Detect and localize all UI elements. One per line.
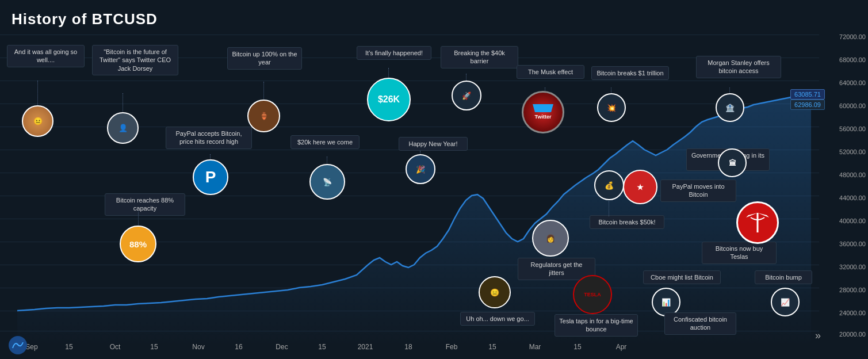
y-label-56k: 56000.00	[839, 125, 866, 132]
ann13-icon: TESLA	[573, 275, 612, 314]
ann6-label: $20k here we come	[290, 135, 360, 149]
ann16-icon: ★	[623, 170, 657, 204]
x-label-15a: 15	[65, 343, 72, 351]
ann18-label: Confiscated bitcoin auction	[664, 312, 736, 335]
ann7-label: It's finally happened!	[357, 46, 431, 60]
bid-price: 63085.71	[790, 89, 825, 100]
ann11-label: The Musk effect	[517, 65, 584, 79]
y-label-64k: 64000.00	[839, 79, 866, 86]
ann9-icon: 🚀	[452, 81, 481, 110]
x-label-2021: 2021	[358, 343, 373, 351]
ann21-icon	[736, 201, 779, 244]
ann13-label: Tesla taps in for a big-time bounce	[555, 314, 638, 337]
x-label-15d: 15	[488, 343, 496, 351]
x-label-apr: Apr	[616, 343, 627, 351]
x-label-sep: Sep	[25, 343, 37, 351]
ann14-icon: 💥	[597, 93, 626, 122]
ann19-icon: 🏦	[716, 93, 744, 122]
ann12-icon: 👩	[532, 220, 569, 257]
x-label-mar: Mar	[529, 343, 541, 351]
x-label-18: 18	[404, 343, 412, 351]
y-label-52k: 52000.00	[839, 148, 866, 155]
ann2-icon: 👤	[107, 112, 139, 144]
ann10-label: Uh oh... down we go...	[460, 312, 535, 326]
y-label-48k: 48000.00	[839, 171, 866, 178]
x-label-dec: Dec	[276, 343, 288, 351]
ann17-label: Cboe might list Bitcoin	[643, 270, 721, 284]
x-label-15e: 15	[573, 343, 581, 351]
chart-logo	[9, 336, 27, 354]
ann3-icon: 88%	[120, 226, 156, 262]
ann3-label: Bitcoin reaches 88% capacity	[105, 193, 185, 216]
ann10-icon: 😑	[479, 276, 511, 308]
y-label-44k: 44000.00	[839, 194, 866, 201]
ann6-icon: 📡	[309, 164, 345, 200]
ann1-icon: 😐	[22, 105, 53, 137]
ann5-label: Bitcoin up 100% on the year	[227, 47, 302, 70]
ann20-icon: 🏛	[718, 148, 747, 177]
ann4-label: PayPal accepts Bitcoin, price hits recor…	[166, 127, 252, 149]
ann22-label: Bitcoin bump	[755, 270, 812, 284]
x-label-15b: 15	[150, 343, 158, 351]
svg-text:Twitter: Twitter	[535, 114, 552, 120]
x-label-15c: 15	[318, 343, 326, 351]
y-label-60k: 60000.00	[839, 102, 866, 109]
x-label-16: 16	[235, 343, 242, 351]
y-label-20k: 20000.00	[839, 331, 866, 338]
ann8-icon: 🎉	[406, 154, 435, 184]
ann15-icon: 💰	[594, 170, 624, 200]
ann7-icon: $26K	[367, 78, 411, 121]
expand-button[interactable]: »	[815, 330, 821, 342]
y-label-40k: 40000.00	[839, 217, 866, 224]
ann9-label: Breaking the $40k barrier	[441, 46, 518, 68]
chart-container: History of BTCUSD 72000.00 68000.00 6400…	[0, 0, 868, 359]
ann5-icon: 🏺	[247, 100, 280, 132]
ann16-label: PayPal moves into Bitcoin	[660, 180, 736, 202]
ann11-icon: Twitter	[522, 91, 564, 133]
ann8-label: Happy New Year!	[399, 137, 468, 151]
x-label-feb: Feb	[446, 343, 458, 351]
ask-price: 62986.09	[790, 100, 825, 110]
x-label-nov: Nov	[192, 343, 204, 351]
ann19-label: Morgan Stanley offers bitcoin access	[696, 56, 781, 78]
ann1-label: And it was all going so well....	[7, 45, 85, 67]
ann22-icon: 📈	[771, 288, 800, 316]
ann15-label: Bitcoin breaks $50k!	[590, 215, 664, 229]
ann4-icon: P	[193, 159, 228, 195]
ann2-label: "Bitcoin is the future of Twitter" says …	[92, 45, 178, 75]
x-label-oct: Oct	[110, 343, 121, 351]
y-label-36k: 36000.00	[839, 240, 866, 247]
y-label-24k: 24000.00	[839, 310, 866, 316]
ann21-label: Bitcoins now buy Teslas	[702, 242, 777, 264]
y-label-72k: 72000.00	[839, 33, 866, 40]
y-label-68k: 68000.00	[839, 56, 866, 63]
y-label-28k: 28000.00	[839, 287, 866, 293]
y-label-32k: 32000.00	[839, 263, 866, 270]
ann14-label: Bitcoin breaks $1 trillion	[591, 66, 669, 80]
